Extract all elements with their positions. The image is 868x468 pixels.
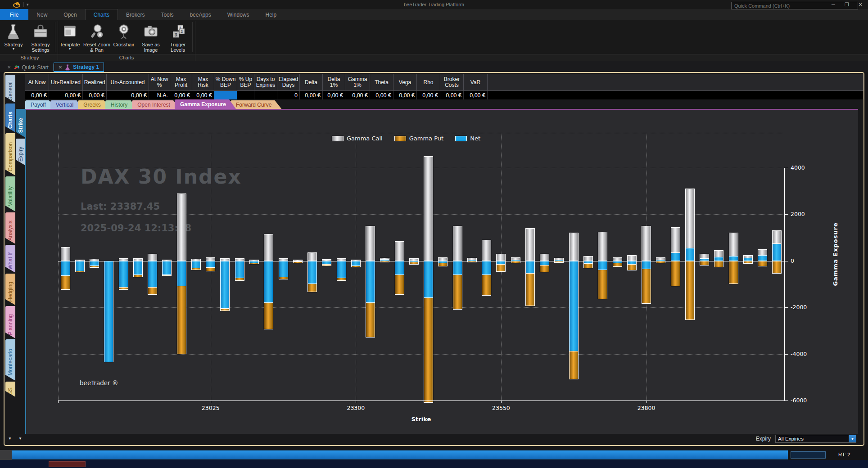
menu-item-help[interactable]: Help [257, 9, 285, 20]
bar-call-23725[interactable] [598, 232, 607, 261]
bar-net-23625[interactable] [540, 261, 549, 266]
bar-call-23450[interactable] [438, 257, 448, 261]
column-header--up-bep[interactable]: % Up BEP [237, 74, 254, 91]
bar-net-22950[interactable] [162, 261, 172, 275]
tab-scroll-down-left[interactable]: ▼ [5, 436, 14, 443]
sub-tab-gamma-exposure[interactable]: Gamma Exposure [175, 99, 236, 109]
side-tab-montecarlo[interactable]: Montecarlo [5, 339, 15, 381]
bar-call-23025[interactable] [206, 257, 215, 261]
doc-tab-strategy-1[interactable]: ✕Strategy 1 [54, 63, 104, 72]
bar-net-23650[interactable] [554, 260, 564, 261]
expiry-dropdown[interactable]: All Expiries ▼ [775, 435, 856, 443]
bar-put-23950[interactable] [729, 261, 738, 284]
bar-net-23375[interactable] [395, 261, 404, 275]
bar-net-23925[interactable] [714, 257, 723, 261]
bar-put-23850[interactable] [671, 261, 680, 287]
bar-put-23875[interactable] [685, 261, 695, 320]
bar-net-23825[interactable] [656, 260, 665, 261]
column-header-max-risk[interactable]: Max Risk [192, 74, 214, 91]
bar-net-23025[interactable] [206, 261, 215, 268]
column-header-un-realized[interactable]: Un-Realized [49, 74, 83, 91]
bar-net-23975[interactable] [743, 258, 753, 261]
bar-net-23875[interactable] [685, 248, 695, 261]
bar-put-23650[interactable] [554, 261, 564, 263]
bar-put-23975[interactable] [743, 261, 753, 264]
bar-net-23550[interactable] [496, 261, 506, 265]
bar-net-23450[interactable] [438, 261, 448, 263]
maximize-button[interactable]: ❐ [841, 0, 853, 9]
bar-call-23125[interactable] [264, 234, 273, 261]
column-header-empty[interactable] [488, 74, 863, 91]
bar-net-23200[interactable] [307, 261, 317, 284]
ribbon-button-trigger-levels[interactable]: 123Trigger Levels [164, 20, 191, 54]
menu-item-beeapps[interactable]: beeApps [181, 9, 219, 20]
bar-call-23550[interactable] [496, 254, 506, 261]
bar-net-23300[interactable] [351, 261, 361, 266]
bar-put-23500[interactable] [467, 261, 477, 263]
bar-put-23350[interactable] [380, 261, 389, 262]
bar-net-22850[interactable] [104, 261, 113, 362]
bar-call-23475[interactable] [453, 226, 462, 261]
bar-net-23275[interactable] [337, 261, 346, 279]
bar-net-23250[interactable] [322, 261, 331, 265]
bar-net-23900[interactable] [700, 258, 709, 261]
bar-put-24000[interactable] [758, 261, 767, 267]
close-button[interactable]: ✕ [854, 0, 866, 9]
bar-net-23575[interactable] [511, 260, 520, 261]
bar-net-23850[interactable] [671, 252, 680, 261]
bar-call-23325[interactable] [366, 226, 375, 261]
bar-net-22925[interactable] [148, 261, 157, 288]
side-tab-charts[interactable]: Charts [5, 104, 15, 132]
bar-net-23050[interactable] [220, 261, 230, 309]
bar-call-23200[interactable] [307, 252, 317, 261]
bar-net-24025[interactable] [772, 243, 782, 261]
bar-call-23600[interactable] [525, 228, 535, 261]
doc-tab-quick-start[interactable]: ✕Quick Start [3, 63, 53, 72]
ribbon-button-strategy[interactable]: Strategy▾ [0, 20, 27, 54]
menu-item-windows[interactable]: Windows [219, 9, 258, 20]
bar-call-23675[interactable] [569, 233, 579, 261]
column-header-un-accounted[interactable]: Un-Accounted [107, 74, 149, 91]
bar-call-23800[interactable] [642, 226, 651, 261]
inner-side-tab-strike[interactable]: Strike [16, 109, 26, 138]
bar-net-23725[interactable] [598, 261, 607, 270]
bar-net-23675[interactable] [569, 261, 579, 352]
bar-put-23825[interactable] [656, 261, 665, 263]
side-tab-what-if[interactable]: What If [5, 245, 15, 273]
menu-item-new[interactable]: New [28, 9, 55, 20]
bar-net-23950[interactable] [729, 256, 738, 261]
bar-put-23575[interactable] [511, 261, 520, 263]
bar-call-22925[interactable] [148, 254, 157, 261]
bar-call-23750[interactable] [613, 257, 622, 261]
bar-call-23625[interactable] [540, 254, 549, 261]
bar-net-24000[interactable] [758, 255, 767, 261]
menu-item-brokers[interactable]: Brokers [118, 9, 153, 20]
bar-net-23750[interactable] [613, 261, 622, 264]
side-tab-planning[interactable]: Planning [5, 306, 15, 338]
column-header-at-now[interactable]: At Now [25, 74, 49, 91]
bar-call-22975[interactable] [177, 194, 186, 261]
column-header-elapsed-days[interactable]: Elapsed Days [277, 74, 300, 91]
column-header-var[interactable]: VaR [464, 74, 488, 91]
menu-item-file[interactable]: File [0, 9, 28, 20]
bar-net-23500[interactable] [467, 260, 477, 261]
bar-call-22775[interactable] [61, 247, 70, 261]
column-header-broker-costs[interactable]: Broker Costs [440, 74, 464, 91]
bar-net-23800[interactable] [642, 261, 651, 269]
bar-net-23775[interactable] [627, 261, 637, 265]
bar-net-22775[interactable] [61, 261, 70, 276]
ribbon-button-reset-zoom-pan[interactable]: Reset Zoom & Pan [83, 20, 110, 54]
menu-item-open[interactable]: Open [55, 9, 85, 20]
column-header-delta[interactable]: Delta [300, 74, 323, 91]
bar-net-23150[interactable] [279, 261, 288, 277]
tab-close-icon[interactable]: ✕ [7, 65, 11, 70]
ribbon-button-strategy-settings[interactable]: Strategy Settings [27, 20, 54, 54]
column-header-rho[interactable]: Rho [417, 74, 440, 91]
column-header-vega[interactable]: Vega [393, 74, 417, 91]
column-header-max-profit[interactable]: Max Profit [170, 74, 192, 91]
bar-put-24025[interactable] [772, 261, 782, 274]
bar-net-23350[interactable] [380, 259, 389, 261]
bar-net-23525[interactable] [482, 261, 491, 275]
menu-item-tools[interactable]: Tools [153, 9, 181, 20]
side-tab-general[interactable]: General [5, 75, 15, 103]
